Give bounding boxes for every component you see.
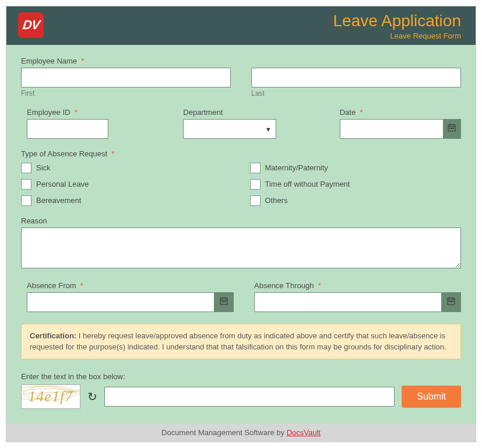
submit-button[interactable]: Submit <box>402 386 461 408</box>
department-label: Department <box>183 108 304 117</box>
refresh-icon[interactable]: ↻ <box>87 390 97 404</box>
svg-rect-18 <box>449 301 450 302</box>
employee-id-input[interactable] <box>27 119 108 139</box>
header-right: Leave Application Leave Request Form <box>333 12 461 40</box>
employee-id-label: Employee ID * <box>27 108 148 117</box>
last-name-input[interactable] <box>251 68 461 88</box>
last-sublabel: Last <box>251 89 461 97</box>
captcha-input[interactable] <box>104 387 395 407</box>
reason-label: Reason <box>21 216 461 225</box>
svg-rect-12 <box>223 301 224 302</box>
checkbox-timeoff-label: Time off without Payment <box>265 180 350 188</box>
footer: Document Management Software by DocsVaul… <box>6 424 476 442</box>
absence-type-label: Type of Absence Request * <box>21 149 461 158</box>
captcha-label: Enter the text in the box below: <box>21 372 461 381</box>
checkbox-timeoff[interactable] <box>250 179 261 190</box>
footer-link[interactable]: DocsVault <box>287 428 321 437</box>
svg-rect-4 <box>449 128 451 129</box>
calendar-icon <box>447 297 455 307</box>
checkbox-bereavement[interactable] <box>21 195 31 206</box>
first-name-input[interactable] <box>21 68 231 88</box>
form-container: DV Leave Application Leave Request Form … <box>6 6 476 442</box>
date-picker-button[interactable] <box>444 119 461 139</box>
svg-rect-6 <box>453 128 454 129</box>
date-label: Date * <box>340 108 461 117</box>
checkbox-sick[interactable] <box>21 163 31 173</box>
captcha-value: 14e1f7 <box>28 388 73 405</box>
absence-through-label: Absence Through * <box>254 281 461 290</box>
absence-from-input[interactable] <box>27 292 214 312</box>
header: DV Leave Application Leave Request Form <box>6 6 476 45</box>
department-select[interactable] <box>183 119 276 139</box>
captcha-image: 14e1f7 <box>21 384 80 409</box>
svg-rect-20 <box>452 301 453 302</box>
checkbox-maternity[interactable] <box>250 163 261 173</box>
svg-rect-5 <box>451 128 452 129</box>
absence-from-picker-button[interactable] <box>214 292 234 312</box>
absence-through-input[interactable] <box>254 292 442 312</box>
checkbox-personal[interactable] <box>21 179 31 190</box>
logo: DV <box>18 12 44 38</box>
employee-name-label: Employee Name * <box>21 57 461 65</box>
svg-rect-11 <box>221 301 223 302</box>
svg-rect-19 <box>451 301 452 302</box>
calendar-icon <box>448 124 456 134</box>
checkbox-maternity-label: Maternity/Paternity <box>265 163 328 172</box>
svg-rect-13 <box>225 301 226 302</box>
checkbox-bereavement-label: Bereavement <box>36 196 81 205</box>
checkbox-others[interactable] <box>250 195 261 206</box>
checkbox-sick-label: Sick <box>36 163 51 172</box>
page-title: Leave Application <box>333 12 461 30</box>
checkbox-personal-label: Personal Leave <box>36 180 89 188</box>
absence-through-picker-button[interactable] <box>442 292 461 312</box>
absence-from-label: Absence From * <box>27 281 234 290</box>
calendar-icon <box>220 297 228 307</box>
form-body: Employee Name * First Last Employee ID *… <box>6 45 476 424</box>
certification-bold: Certification: <box>30 331 76 340</box>
first-sublabel: First <box>21 89 231 97</box>
date-input[interactable] <box>340 119 444 139</box>
certification-text: I hereby request leave/approved absence … <box>30 331 446 352</box>
reason-textarea[interactable] <box>21 228 461 268</box>
checkbox-others-label: Others <box>265 196 288 205</box>
certification-box: Certification: I hereby request leave/ap… <box>21 324 461 359</box>
footer-text: Document Management Software by <box>161 428 287 437</box>
page-subtitle: Leave Request Form <box>333 32 461 40</box>
